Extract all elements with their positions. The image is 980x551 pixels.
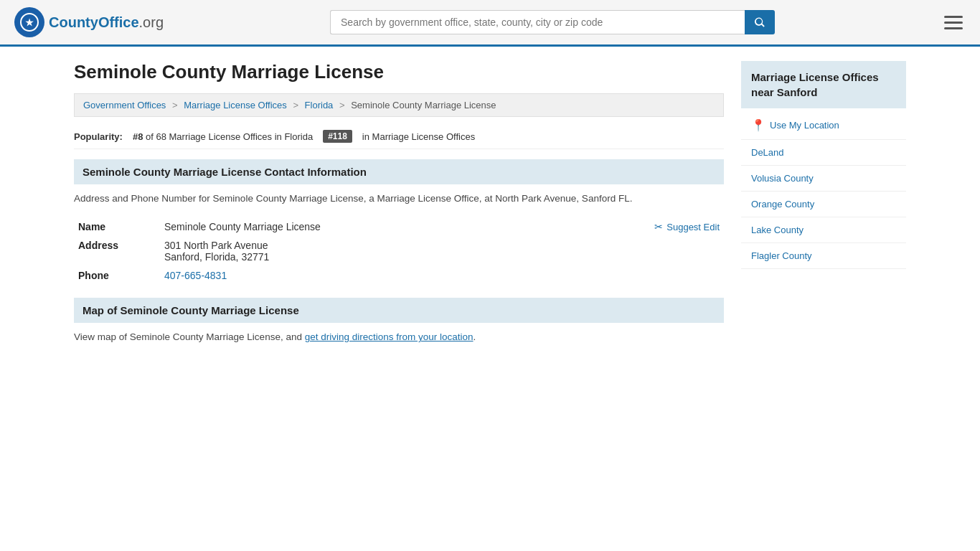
sidebar-title: Marriage License Offices near Sanford [741, 61, 906, 108]
breadcrumb: Government Offices > Marriage License Of… [74, 93, 724, 117]
address-line2: Sanford, Florida, 32771 [164, 251, 720, 263]
popularity-context-local: of 68 Marriage License Offices in Florid… [146, 131, 313, 142]
driving-directions-link[interactable]: get driving directions from your locatio… [305, 331, 473, 342]
suggest-edit-button[interactable]: ✂ Suggest Edit [654, 221, 720, 232]
sidebar-item: DeLand [741, 140, 906, 166]
content-area: Seminole County Marriage License Governm… [74, 61, 724, 345]
phone-link[interactable]: 407-665-4831 [164, 270, 227, 281]
sidebar-link-deland[interactable]: DeLand [741, 140, 906, 165]
use-my-location-button[interactable]: 📍 Use My Location [741, 111, 906, 140]
page-title: Seminole County Marriage License [74, 61, 724, 83]
contact-description: Address and Phone Number for Seminole Co… [74, 192, 724, 206]
logo[interactable]: ★ CountyOffice.org [14, 7, 164, 37]
map-description: View map of Seminole County Marriage Lic… [74, 330, 724, 344]
logo-text: CountyOffice.org [49, 14, 164, 31]
popularity-rank-local: #8 of 68 Marriage License Offices in Flo… [133, 131, 313, 142]
sidebar-link-volusia[interactable]: Volusia County [741, 166, 906, 191]
sidebar-item: Lake County [741, 217, 906, 243]
menu-button[interactable] [941, 13, 966, 32]
sidebar: Marriage License Offices near Sanford 📍 … [741, 61, 906, 345]
svg-text:★: ★ [25, 17, 34, 28]
edit-icon: ✂ [654, 221, 663, 232]
search-input[interactable] [330, 10, 745, 34]
popularity-context-national: in Marriage License Offices [362, 131, 475, 142]
menu-icon-line [944, 22, 963, 24]
breadcrumb-link-government-offices[interactable]: Government Offices [83, 100, 166, 110]
breadcrumb-sep: > [293, 100, 298, 110]
address-line1: 301 North Park Avenue [164, 240, 720, 251]
sidebar-item: Volusia County [741, 166, 906, 192]
sidebar-link-orange[interactable]: Orange County [741, 192, 906, 217]
popularity-rank-national: #118 [323, 130, 352, 143]
logo-icon: ★ [14, 7, 44, 37]
name-row: Seminole County Marriage License ✂ Sugge… [164, 221, 720, 232]
popularity-label: Popularity: [74, 131, 123, 142]
sidebar-item: Orange County [741, 192, 906, 217]
contact-section-header: Seminole County Marriage License Contact… [74, 159, 724, 184]
search-button[interactable] [745, 10, 775, 34]
contact-info-table: Name Seminole County Marriage License ✂ … [74, 217, 724, 285]
map-section-header: Map of Seminole County Marriage License [74, 298, 724, 323]
breadcrumb-sep: > [172, 100, 178, 110]
sidebar-links-list: DeLand Volusia County Orange County Lake… [741, 140, 906, 269]
menu-icon-line [944, 16, 963, 18]
popularity-row: Popularity: #8 of 68 Marriage License Of… [74, 124, 724, 149]
map-desc-after: . [473, 331, 476, 342]
location-pin-icon: 📍 [751, 118, 765, 132]
breadcrumb-current: Seminole County Marriage License [351, 100, 496, 110]
main-layout: Seminole County Marriage License Governm… [60, 47, 920, 359]
use-my-location-label: Use My Location [770, 120, 839, 131]
breadcrumb-link-florida[interactable]: Florida [305, 100, 334, 110]
breadcrumb-sep: > [339, 100, 345, 110]
sidebar-item: Flagler County [741, 243, 906, 269]
sidebar-link-lake[interactable]: Lake County [741, 217, 906, 242]
address-label: Address [74, 236, 160, 266]
phone-label: Phone [74, 266, 160, 285]
table-row: Address 301 North Park Avenue Sanford, F… [74, 236, 724, 266]
breadcrumb-link-marriage-license-offices[interactable]: Marriage License Offices [184, 100, 287, 110]
map-desc-before: View map of Seminole County Marriage Lic… [74, 331, 305, 342]
table-row: Name Seminole County Marriage License ✂ … [74, 217, 724, 236]
table-row: Phone 407-665-4831 [74, 266, 724, 285]
name-label: Name [74, 217, 160, 236]
sidebar-link-flagler[interactable]: Flagler County [741, 243, 906, 268]
search-bar [330, 10, 775, 34]
name-value: Seminole County Marriage License [164, 221, 654, 232]
site-header: ★ CountyOffice.org [0, 0, 980, 47]
menu-icon-line [944, 27, 963, 29]
